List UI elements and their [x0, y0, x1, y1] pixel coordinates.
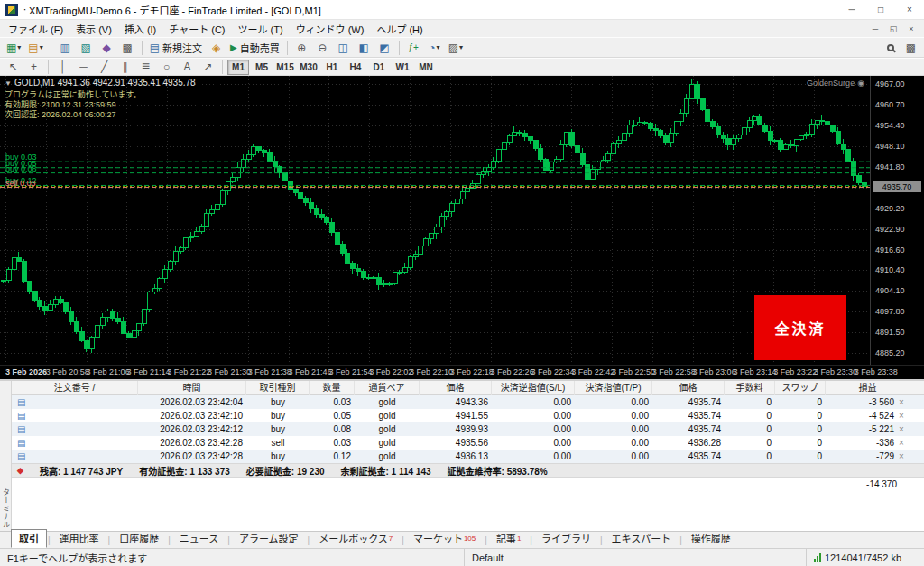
- menu-item-ツ[interactable]: ツール (T): [232, 21, 290, 37]
- table-row[interactable]: ▤2026.02.03 23:42:10buy0.05gold4941.550.…: [12, 409, 924, 422]
- table-row[interactable]: ▤2026.02.03 23:42:28sell0.03gold4935.560…: [12, 436, 924, 450]
- search-button[interactable]: [881, 39, 900, 56]
- panels-button[interactable]: ▩: [901, 39, 920, 56]
- timeframe-h1-button[interactable]: H1: [321, 60, 343, 75]
- column-header-8[interactable]: 決済指値(T/P): [575, 381, 652, 395]
- minimize-button[interactable]: ─: [837, 0, 866, 19]
- tab-マーケット[interactable]: マーケット105: [405, 529, 484, 548]
- navigator-button[interactable]: ◆: [97, 39, 116, 56]
- vertical-line-button[interactable]: │: [53, 59, 72, 76]
- new-chart-button[interactable]: ▦▾: [4, 39, 23, 56]
- tab-運用比率[interactable]: 運用比率: [51, 529, 107, 548]
- tab-取引[interactable]: 取引: [11, 529, 47, 548]
- column-header-10[interactable]: 手数料: [725, 381, 775, 395]
- fibonacci-button[interactable]: ≣: [136, 59, 155, 76]
- tab-操作履歴[interactable]: 操作履歴: [683, 529, 739, 548]
- profit-value: -729: [876, 451, 894, 461]
- column-header-6[interactable]: 価格: [420, 381, 492, 395]
- new-order-icon: ▤: [150, 42, 160, 54]
- status-connection[interactable]: 1214041/7452 kb: [807, 549, 924, 566]
- cell: buy: [246, 451, 310, 461]
- column-header-3[interactable]: 取引種別: [246, 381, 310, 395]
- templates-button[interactable]: ▨▾: [446, 39, 466, 56]
- table-row[interactable]: ▤2026.02.03 23:42:04buy0.03gold4943.360.…: [12, 395, 924, 409]
- cell: 4941.55: [420, 411, 492, 421]
- tab-ニュース[interactable]: ニュース: [171, 529, 226, 548]
- price-axis-label: 4916.60: [875, 246, 905, 255]
- close-position-button[interactable]: ×: [894, 424, 909, 434]
- menu-item-表[interactable]: 表示 (V): [69, 21, 118, 37]
- mdi-close-button[interactable]: ×: [902, 24, 920, 33]
- timeframe-d1-button[interactable]: D1: [368, 60, 390, 75]
- market-watch-button[interactable]: ▥: [56, 39, 75, 56]
- tab-アラーム設定[interactable]: アラーム設定: [231, 529, 307, 548]
- profiles-icon: ▤: [28, 42, 38, 54]
- tab-口座履歴[interactable]: 口座履歴: [111, 529, 167, 548]
- text-button[interactable]: A: [178, 59, 197, 76]
- close-position-button[interactable]: ×: [894, 438, 909, 448]
- tab-メールボックス[interactable]: メールボックス7: [310, 529, 401, 548]
- column-header-5[interactable]: 通貨ペア: [355, 381, 420, 395]
- menu-item-チ[interactable]: チャート (C): [162, 21, 231, 37]
- timeframe-mn-button[interactable]: MN: [415, 60, 437, 75]
- menu-item-ヘ[interactable]: ヘルプ (H): [370, 21, 429, 37]
- close-position-button[interactable]: ×: [894, 397, 909, 407]
- menu-item-挿[interactable]: 挿入 (I): [118, 21, 162, 37]
- timeframe-w1-button[interactable]: W1: [392, 60, 413, 75]
- table-row[interactable]: ▤2026.02.03 23:42:12buy0.08gold4939.930.…: [12, 422, 924, 436]
- cell: 0: [725, 397, 775, 407]
- new-order-button[interactable]: ▤新規注文: [147, 39, 205, 56]
- timeframe-h4-button[interactable]: H4: [345, 60, 366, 75]
- profiles-button[interactable]: ▤▾: [25, 39, 45, 56]
- timeframe-m30-button[interactable]: M30: [298, 60, 319, 75]
- column-header-9[interactable]: 価格: [652, 381, 725, 395]
- channel-button[interactable]: ∥: [116, 59, 134, 76]
- column-header-7[interactable]: 決済逆指値(S/L): [492, 381, 575, 395]
- tab-エキスパート[interactable]: エキスパート: [604, 529, 679, 548]
- time-axis[interactable]: 3 Feb 20263 Feb 20:583 Feb 21:063 Feb 21…: [0, 365, 924, 379]
- maximize-button[interactable]: □: [866, 0, 895, 19]
- metaeditor-button[interactable]: ◈: [207, 39, 226, 56]
- zoom-out-button[interactable]: ⊖: [313, 39, 332, 56]
- title-bar: : XMTradingMU-Demo 6 - デモ口座 - FinTrade L…: [0, 0, 924, 20]
- terminal-button[interactable]: ▩: [118, 39, 137, 56]
- mdi-restore-button[interactable]: ◱: [884, 24, 902, 33]
- candlestick-chart[interactable]: ▼GOLD,M1 4941.36 4942.91 4935.41 4935.78…: [0, 76, 870, 365]
- close-position-button[interactable]: ×: [894, 451, 909, 461]
- cell: buy: [246, 397, 310, 407]
- tab-ライブラリ[interactable]: ライブラリ: [533, 529, 599, 548]
- data-window-button[interactable]: ▧: [77, 39, 96, 56]
- zoom-in-button[interactable]: ⊕: [292, 39, 311, 56]
- trendline-button[interactable]: ╱: [95, 59, 114, 76]
- tab-記事[interactable]: 記事1: [488, 529, 529, 548]
- timeframe-m5-button[interactable]: M5: [251, 60, 273, 75]
- indicators-button[interactable]: ƒ+: [404, 39, 423, 56]
- menu-item-フ[interactable]: ファイル (F): [2, 21, 69, 37]
- timeframe-m1-button[interactable]: M1: [227, 60, 249, 75]
- menu-item-ウ[interactable]: ウィンドウ (W): [290, 21, 371, 37]
- crosshair-button[interactable]: +: [24, 59, 43, 76]
- table-row[interactable]: ▤2026.02.03 23:42:28buy0.12gold4936.130.…: [12, 450, 924, 463]
- cursor-button[interactable]: ↖: [4, 59, 23, 76]
- tile-windows-button[interactable]: ◫: [334, 39, 353, 56]
- horizontal-line-button[interactable]: ─: [74, 59, 93, 76]
- price-axis[interactable]: 4935.70 4967.004960.704954.404948.104941…: [870, 76, 924, 365]
- column-header-11[interactable]: スワップ: [775, 381, 826, 395]
- timeframe-m15-button[interactable]: M15: [274, 60, 296, 75]
- close-all-button[interactable]: 全決済: [754, 295, 846, 360]
- mdi-minimize-button[interactable]: ─: [866, 24, 884, 33]
- status-profile[interactable]: Default: [465, 549, 807, 566]
- tab-badge: 105: [464, 534, 476, 543]
- column-header-4[interactable]: 数量: [310, 381, 355, 395]
- close-button[interactable]: ×: [895, 0, 924, 19]
- arrows-button[interactable]: ↗: [199, 59, 217, 76]
- shapes-button[interactable]: ○: [157, 59, 176, 76]
- column-header-12[interactable]: 損益: [826, 381, 910, 395]
- column-header-2[interactable]: 時間: [138, 381, 246, 395]
- autotrading-button[interactable]: ▶自動売買: [227, 39, 282, 56]
- close-position-button[interactable]: ×: [894, 411, 909, 421]
- column-header-1[interactable]: 注文番号 /: [12, 381, 138, 395]
- arrange-windows-button[interactable]: ◩: [375, 39, 394, 56]
- cascade-windows-button[interactable]: ◧: [355, 39, 374, 56]
- periods-button[interactable]: ◔▾: [425, 39, 444, 56]
